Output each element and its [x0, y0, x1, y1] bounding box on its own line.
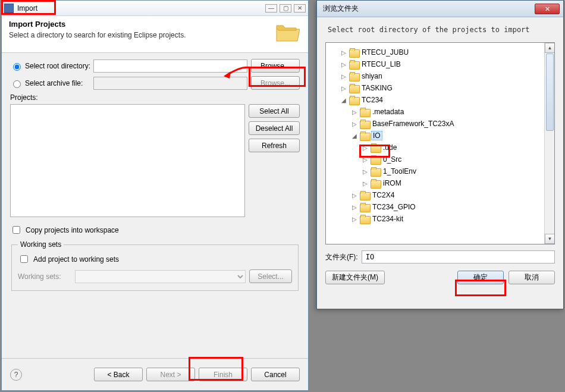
window-controls: — ▢ ✕ — [265, 4, 306, 12]
copy-projects-checkbox[interactable]: Copy projects into workspace — [10, 224, 300, 236]
tree-item-label: TC234_GPIO — [371, 203, 417, 211]
tree-expander[interactable]: ▷ — [351, 121, 358, 127]
select-archive-radio[interactable]: Select archive file: — [10, 79, 93, 88]
tree-item-label: RTECU_LIB — [360, 60, 402, 68]
tree-item[interactable]: ▷0_Src — [328, 153, 552, 165]
deselect-all-button[interactable]: Deselect All — [249, 121, 300, 135]
cancel-button[interactable]: Cancel — [251, 368, 300, 381]
projects-listbox[interactable] — [10, 104, 245, 217]
tree-item[interactable]: ▷RTECU_LIB — [328, 58, 552, 70]
tree-expander[interactable]: ▷ — [351, 192, 358, 199]
banner-description: Select a directory to search for existin… — [9, 31, 301, 39]
tree-item[interactable]: ▷TC2X4 — [328, 189, 552, 201]
projects-side-buttons: Select All Deselect All Refresh — [249, 104, 300, 217]
folder-icon — [349, 60, 359, 68]
banner-title: Import Projects — [9, 20, 301, 29]
tree-expander[interactable]: ▷ — [340, 61, 347, 68]
folder-icon — [360, 131, 369, 140]
browse-prompt: Select root directory of the projects to… — [317, 17, 563, 42]
tree-item[interactable]: ▷1_ToolEnv — [328, 165, 552, 177]
copy-projects-label: Copy projects into workspace — [26, 226, 119, 234]
tree-item[interactable]: ▷RTECU_JUBU — [328, 46, 552, 58]
folder-icon — [371, 179, 380, 187]
import-titlebar[interactable]: Import — ▢ ✕ — [2, 1, 308, 16]
tree-expander[interactable]: ▷ — [351, 216, 358, 222]
tree-item-label: 0_Src — [382, 155, 403, 164]
tree-item-label: iROM — [382, 179, 403, 187]
working-sets-combo — [75, 270, 246, 283]
working-sets-legend: Working sets — [18, 240, 64, 249]
tree-item-label: TASKING — [360, 84, 394, 92]
finish-button: Finish — [199, 368, 247, 381]
tree-item[interactable]: ◢TC234 — [328, 94, 552, 106]
archive-radio-input[interactable] — [13, 80, 21, 88]
add-to-ws-checkbox[interactable]: Add project to working sets — [18, 253, 292, 265]
select-all-button[interactable]: Select All — [249, 104, 300, 118]
folder-name-input[interactable] — [362, 250, 555, 264]
tree-expander[interactable]: ◢ — [340, 97, 347, 104]
select-ws-button: Select... — [249, 269, 292, 283]
tree-item-label: 1_ToolEnv — [382, 167, 418, 175]
next-button: Next > — [146, 368, 195, 381]
tree-item[interactable]: ◢IO — [328, 130, 552, 142]
browse-title: 浏览文件夹 — [323, 4, 535, 14]
tree-item-label: .ude — [382, 143, 398, 152]
tree-expander[interactable]: ◢ — [351, 133, 358, 139]
folder-icon — [360, 203, 369, 211]
tree-item[interactable]: ▷.ude — [328, 142, 552, 153]
refresh-button[interactable]: Refresh — [249, 139, 300, 152]
folder-icon — [371, 155, 380, 164]
folder-input-row: 文件夹(F): — [325, 250, 555, 264]
tree-item-label: TC234 — [360, 96, 384, 104]
minimize-button[interactable]: — — [265, 4, 277, 12]
browse-close-button[interactable]: ✕ — [535, 4, 560, 14]
browse-root-button[interactable]: Browse... — [251, 59, 300, 73]
browse-titlebar[interactable]: 浏览文件夹 ✕ — [317, 1, 563, 17]
folder-tree[interactable]: ▷RTECU_JUBU▷RTECU_LIB▷shiyan▷TASKING◢TC2… — [326, 43, 554, 244]
import-dialog: Import — ▢ ✕ Import Projects Select a di… — [1, 0, 309, 391]
wizard-content: Select root directory: Browse... Select … — [2, 53, 308, 358]
tree-expander[interactable]: ▷ — [351, 204, 358, 211]
tree-item[interactable]: ▷shiyan — [328, 70, 552, 82]
tree-expander[interactable]: ▷ — [362, 180, 369, 187]
tree-item[interactable]: ▷iROM — [328, 177, 552, 189]
ok-button[interactable]: 确定 — [457, 271, 504, 284]
tree-expander[interactable]: ▷ — [362, 168, 369, 175]
tree-expander[interactable]: ▷ — [340, 73, 347, 80]
archive-file-row: Select archive file: Browse... — [10, 76, 300, 90]
wizard-buttonbar: ? < Back Next > Finish Cancel — [2, 358, 308, 390]
browse-cancel-button[interactable]: 取消 — [508, 271, 555, 284]
working-sets-group: Working sets Add project to working sets… — [11, 240, 299, 291]
scroll-thumb[interactable] — [546, 54, 554, 131]
tree-expander[interactable]: ▷ — [362, 156, 369, 163]
add-to-ws-input[interactable] — [20, 255, 28, 263]
scroll-up-button[interactable]: ▲ — [545, 43, 555, 53]
folder-icon — [360, 191, 369, 199]
tree-expander[interactable]: ▷ — [351, 109, 358, 115]
tree-item[interactable]: ▷TC234-kit — [328, 213, 552, 225]
maximize-button[interactable]: ▢ — [280, 4, 291, 12]
tree-item[interactable]: ▷.metadata — [328, 106, 552, 118]
tree-item-label: IO — [371, 131, 382, 140]
working-sets-row: Working sets: Select... — [18, 269, 292, 283]
help-button[interactable]: ? — [10, 369, 22, 381]
tree-item[interactable]: ▷TC234_GPIO — [328, 201, 552, 213]
folder-field-label: 文件夹(F): — [325, 252, 358, 262]
tree-expander[interactable]: ▷ — [340, 85, 347, 92]
projects-area: Select All Deselect All Refresh — [10, 104, 300, 217]
close-button[interactable]: ✕ — [294, 4, 306, 12]
root-radio-input[interactable] — [13, 63, 21, 71]
browse-archive-button: Browse... — [251, 76, 300, 90]
tree-scrollbar[interactable]: ▲ ▼ — [544, 43, 554, 244]
select-root-radio[interactable]: Select root directory: — [10, 61, 93, 71]
tree-expander[interactable]: ▷ — [362, 145, 369, 151]
copy-projects-input[interactable] — [12, 226, 20, 234]
folder-icon — [349, 96, 359, 104]
tree-item[interactable]: ▷BaseFramework_TC23xA — [328, 118, 552, 130]
back-button[interactable]: < Back — [94, 368, 143, 381]
tree-item[interactable]: ▷TASKING — [328, 82, 552, 94]
scroll-down-button[interactable]: ▼ — [545, 234, 555, 244]
tree-expander[interactable]: ▷ — [340, 49, 347, 56]
new-folder-button[interactable]: 新建文件夹(M) — [325, 271, 385, 284]
root-directory-row: Select root directory: Browse... — [10, 59, 300, 73]
